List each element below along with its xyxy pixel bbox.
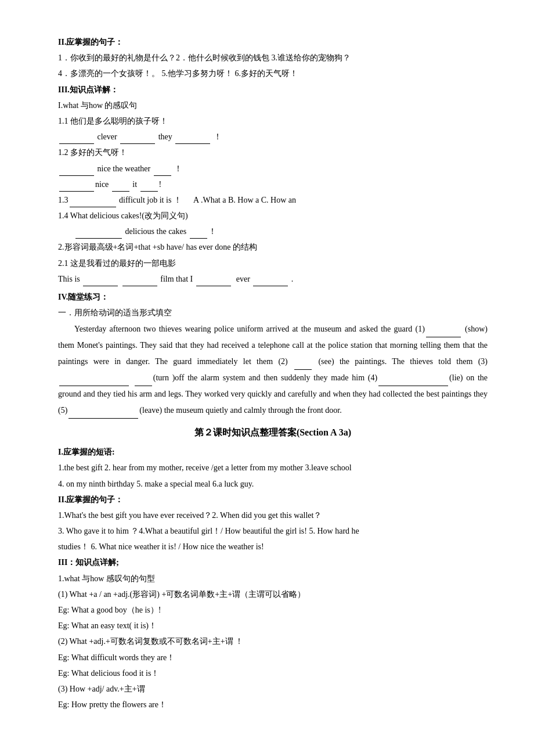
blank8 [140, 191, 158, 192]
blank-p3 [59, 386, 129, 386]
blank13 [122, 286, 157, 286]
section3-1-1-line: clever they ！ [58, 129, 488, 144]
section3-1-3-line: 1.3 difficult job it is ！ A .What a B. H… [58, 193, 488, 207]
section3-2-1-line: This is film that I ever . [58, 272, 488, 286]
sectionII-title: II.应掌握的句子： [58, 492, 488, 507]
sectionI-items2: 4. on my ninth birthday 5. make a specia… [58, 477, 488, 491]
blank7 [112, 191, 129, 192]
sectionII-2: 3. Who gave it to him ？4.What a beautifu… [58, 524, 488, 538]
section2-item2: 4．多漂亮的一个女孩呀！。 5.他学习多努力呀！ 6.多好的天气呀！ [58, 66, 488, 81]
blank12 [83, 286, 118, 286]
sectionIII-1-1-eg1: Eg: What a good boy（he is）! [58, 603, 488, 617]
section3-2-1-title: 2.1 这是我看过的最好的一部电影 [58, 256, 488, 271]
sectionIII-1-2-eg1: Eg: What difficult words they are！ [58, 650, 488, 665]
section3-1-1-title: 1.1 他们是多么聪明的孩子呀！ [58, 114, 488, 128]
blank11 [190, 238, 207, 239]
section4-title: IV.随堂练习： [58, 290, 488, 304]
sectionIII-1-2: (2) What +adj.+可数名词复数或不可数名词+主+谓 ！ [58, 634, 488, 649]
blank-p1 [426, 337, 461, 337]
section4-sub1: 一．用所给动词的适当形式填空 [58, 305, 488, 320]
page-content: II.应掌握的句子： 1．你收到的最好的礼物是什么？2．他什么时候收到的钱包 3… [58, 35, 488, 712]
sectionIII-1-3: (3) How +adj/ adv.+主+谓 [58, 682, 488, 696]
section3-2-title: 2.形容词最高级+名词+that +sb have/ has ever done… [58, 240, 488, 254]
sectionIII-1-1-eg2: Eg: What an easy text( it is)！ [58, 618, 488, 633]
blank4 [59, 175, 94, 176]
sectionIII-sub1: 1.what 与how 感叹句的句型 [58, 571, 488, 586]
sectionII-3: studies！ 6. What nice weather it is! / H… [58, 539, 488, 554]
blank14 [196, 286, 231, 286]
blank-p5 [68, 418, 138, 419]
section3-1-2-line1: nice the weather ！ [58, 161, 488, 176]
blank15 [253, 286, 288, 286]
center-title: 第２课时知识点整理答案(Section A 3a) [58, 424, 488, 441]
blank10 [75, 238, 122, 239]
sectionI-items: 1.the best gift 2. hear from my mother, … [58, 460, 488, 475]
section2-title: II.应掌握的句子： [58, 35, 488, 49]
blank1 [59, 143, 94, 144]
sectionI-title: I.应掌握的短语: [58, 445, 488, 459]
sectionIII-title: III：知识点详解; [58, 555, 488, 570]
section3-1-4-title: 1.4 What delicious cakes!(改为同义句) [58, 208, 488, 223]
section3-1-2-line2: nice it ! [58, 177, 488, 192]
section3-1-4-line: delicious the cakes ！ [58, 224, 488, 239]
blank-p2 [294, 369, 312, 370]
blank-p4 [378, 386, 448, 386]
blank-p3b [135, 386, 152, 386]
section4-paragraph: Yesterday afternoon two thieves wearing … [58, 321, 488, 419]
blank2 [120, 143, 155, 144]
sectionIII-1-2-eg2: Eg: What delicious food it is！ [58, 666, 488, 681]
section3-title: III.知识点详解： [58, 82, 488, 97]
blank9 [70, 207, 116, 207]
section3-sub1: I.what 与how 的感叹句 [58, 98, 488, 113]
blank6 [59, 191, 94, 192]
sectionII-1: 1.What's the best gift you have ever rec… [58, 508, 488, 523]
section3-1-3-options: A .What a B. How a C. How an [193, 196, 296, 204]
sectionIII-1-1: (1) What +a / an +adj.(形容词) +可数名词单数+主+谓（… [58, 587, 488, 602]
sectionIII-1-3-eg1: Eg: How pretty the flowers are！ [58, 697, 488, 712]
blank5 [154, 175, 171, 176]
section3-1-2-title: 1.2 多好的天气呀！ [58, 145, 488, 160]
section2-item1: 1．你收到的最好的礼物是什么？2．他什么时候收到的钱包 3.谁送给你的宠物狗？ [58, 51, 488, 65]
blank3 [175, 143, 210, 144]
